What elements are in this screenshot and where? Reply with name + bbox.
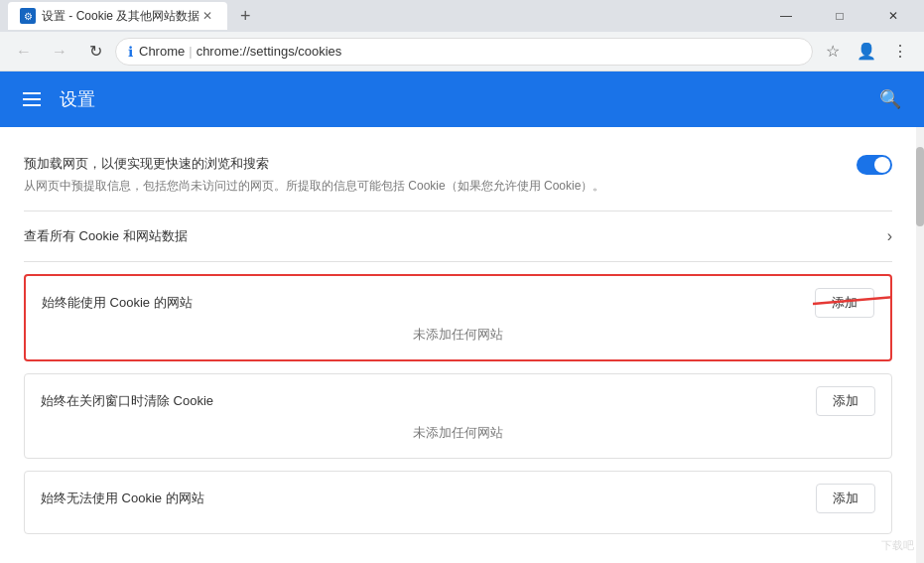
hamburger-icon — [23, 92, 41, 106]
url-text: chrome://settings/cookies — [197, 44, 342, 59]
always-allow-empty-text: 未添加任何网站 — [42, 326, 874, 344]
bookmark-button[interactable]: ☆ — [817, 36, 849, 68]
page-title: 设置 — [60, 87, 872, 111]
close-button[interactable]: ✕ — [870, 0, 916, 32]
never-allow-add-button[interactable]: 添加 — [816, 484, 875, 513]
scrollbar-thumb[interactable] — [916, 147, 924, 226]
preload-desc: 从网页中预提取信息，包括您尚未访问过的网页。所提取的信息可能包括 Cookie（… — [24, 177, 604, 195]
account-button[interactable]: 👤 — [851, 36, 882, 68]
clear-on-close-add-button[interactable]: 添加 — [816, 386, 875, 416]
clear-on-close-section: 始终在关闭窗口时清除 Cookie 添加 未添加任何网站 — [24, 373, 892, 459]
clear-on-close-header: 始终在关闭窗口时清除 Cookie 添加 — [41, 386, 875, 416]
clear-on-close-empty-text: 未添加任何网站 — [41, 424, 875, 442]
window-controls: — □ ✕ — [763, 0, 916, 32]
chevron-right-icon: › — [887, 227, 892, 245]
main-content: 预加载网页，以便实现更快速的浏览和搜索 从网页中预提取信息，包括您尚未访问过的网… — [0, 127, 916, 563]
preload-toggle-row: 预加载网页，以便实现更快速的浏览和搜索 从网页中预提取信息，包括您尚未访问过的网… — [24, 155, 892, 195]
active-tab[interactable]: ⚙ 设置 - Cookie 及其他网站数据 ✕ — [8, 2, 227, 30]
preload-section: 预加载网页，以便实现更快速的浏览和搜索 从网页中预提取信息，包括您尚未访问过的网… — [24, 143, 892, 211]
toolbar-icons: ☆ 👤 ⋮ — [817, 36, 916, 68]
titlebar: ⚙ 设置 - Cookie 及其他网站数据 ✕ + — □ ✕ — [0, 0, 924, 32]
view-all-label: 查看所有 Cookie 和网站数据 — [24, 227, 188, 245]
sections-wrapper: 始终能使用 Cookie 的网站 添加 未添加任何网站 始终在关闭窗口时清除 C… — [24, 274, 892, 534]
hamburger-menu-button[interactable] — [16, 83, 48, 115]
always-allow-add-button[interactable]: 添加 — [815, 288, 874, 318]
back-button[interactable]: ← — [8, 36, 40, 68]
chrome-label: Chrome — [139, 44, 185, 59]
tab-label: 设置 - Cookie 及其他网站数据 — [42, 8, 199, 25]
preload-title: 预加载网页，以便实现更快速的浏览和搜索 — [24, 155, 604, 173]
never-allow-title: 始终无法使用 Cookie 的网站 — [41, 490, 204, 507]
preload-text: 预加载网页，以便实现更快速的浏览和搜索 从网页中预提取信息，包括您尚未访问过的网… — [24, 155, 604, 195]
content-area: 预加载网页，以便实现更快速的浏览和搜索 从网页中预提取信息，包括您尚未访问过的网… — [0, 127, 924, 563]
search-button[interactable]: 🔍 — [872, 81, 908, 117]
new-tab-button[interactable]: + — [231, 2, 259, 30]
never-allow-header: 始终无法使用 Cookie 的网站 添加 — [41, 484, 875, 513]
maximize-button[interactable]: □ — [817, 0, 862, 32]
always-allow-section: 始终能使用 Cookie 的网站 添加 未添加任何网站 — [24, 274, 892, 361]
preload-toggle[interactable] — [857, 155, 892, 175]
always-allow-title: 始终能使用 Cookie 的网站 — [42, 294, 193, 312]
address-bar-input[interactable]: ℹ Chrome | chrome://settings/cookies — [115, 38, 813, 66]
tab-close-button[interactable]: ✕ — [199, 8, 215, 24]
clear-on-close-title: 始终在关闭窗口时清除 Cookie — [41, 392, 213, 410]
lock-icon: ℹ — [128, 44, 133, 60]
view-all-cookies-row[interactable]: 查看所有 Cookie 和网站数据 › — [24, 211, 892, 262]
addressbar: ← → ↻ ℹ Chrome | chrome://settings/cooki… — [0, 32, 924, 71]
scrollbar[interactable] — [916, 127, 924, 563]
minimize-button[interactable]: — — [763, 0, 809, 32]
always-allow-header: 始终能使用 Cookie 的网站 添加 — [42, 288, 874, 318]
settings-header: 设置 🔍 — [0, 71, 924, 127]
tab-favicon: ⚙ — [20, 8, 36, 24]
forward-button[interactable]: → — [44, 36, 75, 68]
address-divider: | — [189, 44, 192, 59]
never-allow-section: 始终无法使用 Cookie 的网站 添加 — [24, 471, 892, 534]
menu-button[interactable]: ⋮ — [884, 36, 916, 68]
reload-button[interactable]: ↻ — [79, 36, 111, 68]
